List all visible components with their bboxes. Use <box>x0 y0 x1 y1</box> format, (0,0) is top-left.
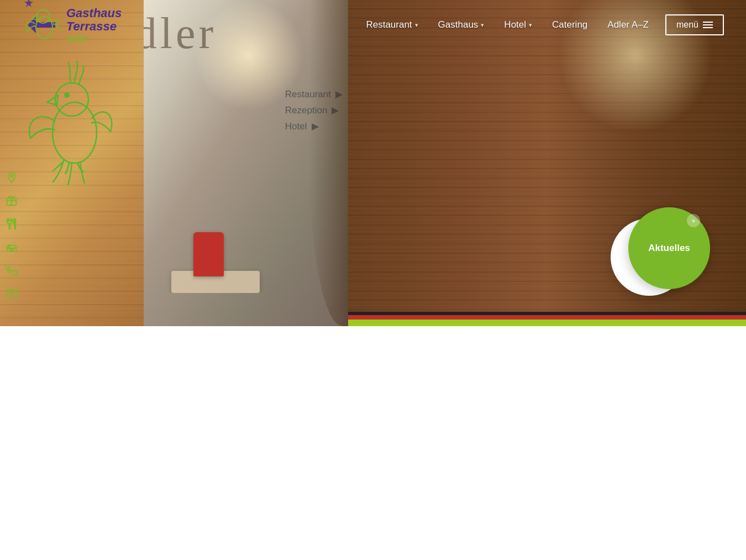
sidebar-icon-location[interactable] <box>0 166 23 189</box>
logo-icon <box>22 0 61 53</box>
svg-point-0 <box>10 175 13 177</box>
logo-gasthaus: Gasthaus <box>66 7 122 20</box>
sidebar-icon-gift[interactable] <box>0 189 23 212</box>
aktuelles-label: Aktuelles <box>648 243 690 254</box>
nav-restaurant[interactable]: Restaurant ▾ <box>366 19 418 30</box>
nav-adler-az[interactable]: Adler A–Z <box>607 19 649 30</box>
svg-point-5 <box>52 102 97 163</box>
menu-button-label: menü <box>676 20 698 30</box>
logo-adler: Adler <box>66 34 122 44</box>
sidebar-icon-phone[interactable] <box>0 259 23 282</box>
sidebar-icon-restaurant[interactable] <box>0 212 23 235</box>
chevron-down-icon: ▾ <box>415 22 418 29</box>
logo-text: Gasthaus Terrasse Adler <box>66 7 122 44</box>
nav-hotel[interactable]: Hotel ▾ <box>504 19 532 30</box>
site-header: Gasthaus Terrasse Adler Restaurant ▾ Gas… <box>0 0 746 50</box>
popup-widgets: × Gutschein × Aktuelles <box>611 218 688 296</box>
aktuelles-bubble[interactable]: × Aktuelles <box>628 207 710 289</box>
svg-marker-8 <box>28 17 55 33</box>
chevron-down-icon: ▾ <box>529 22 532 29</box>
logo-area[interactable]: Gasthaus Terrasse Adler <box>22 0 122 53</box>
svg-marker-11 <box>24 0 33 7</box>
sidebar-icon-email[interactable] <box>0 282 23 305</box>
svg-rect-3 <box>12 248 14 252</box>
svg-point-6 <box>55 83 88 116</box>
svg-point-4 <box>9 245 10 247</box>
aktuelles-close-button[interactable]: × <box>687 214 700 227</box>
logo-terrasse: Terrasse <box>66 20 122 33</box>
sidebar-icon-hotel[interactable] <box>0 235 23 259</box>
main-nav: Restaurant ▾ Gasthaus ▾ Hotel ▾ Catering… <box>366 19 649 30</box>
menu-button[interactable]: menü <box>665 14 724 35</box>
hero-section: Adler Restaurant ▶ Rezeption ▶ Hotel ▶ <box>0 0 746 326</box>
nav-catering[interactable]: Catering <box>552 19 587 30</box>
svg-point-7 <box>64 92 70 98</box>
nav-gasthaus[interactable]: Gasthaus ▾ <box>438 19 485 30</box>
svg-rect-2 <box>9 248 11 252</box>
sidebar-icons <box>0 166 23 305</box>
chevron-down-icon: ▾ <box>481 22 484 29</box>
eagle-illustration <box>11 33 127 188</box>
hamburger-icon <box>703 22 713 28</box>
